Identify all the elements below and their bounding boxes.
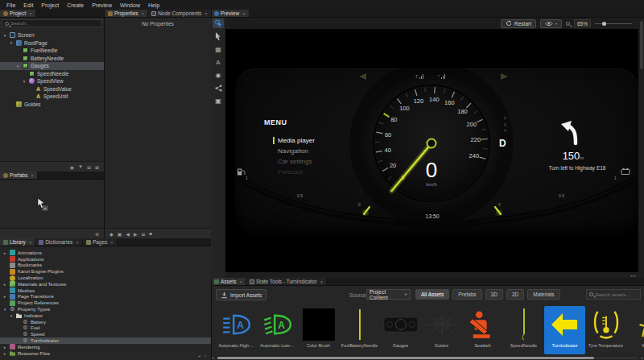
tree-item-materials-and-textures[interactable]: ▸Materials and Textures (0, 281, 211, 288)
asset-turnindicator[interactable]: TurnIndicator (544, 306, 585, 354)
close-icon[interactable]: × (242, 11, 246, 16)
grid-icon[interactable]: ▦ (213, 44, 224, 54)
scroll-right-icon[interactable]: ▸ (641, 355, 643, 360)
caret-icon[interactable]: ▾ (9, 40, 14, 45)
close-icon[interactable]: × (320, 279, 324, 284)
zoom-slider-handle[interactable] (602, 22, 606, 26)
menu-help[interactable]: Help (144, 2, 163, 8)
restart-button[interactable]: Restart (501, 19, 536, 28)
filter-materials[interactable]: Materials (527, 289, 559, 300)
menu-window[interactable]: Window (116, 2, 144, 8)
tree-item-turnindicator[interactable]: ⚙TurnIndicator (0, 337, 211, 344)
asset-speedneedle[interactable]: SpeedNeedle (503, 306, 544, 354)
tab-assets[interactable]: Assets × (211, 278, 246, 285)
close-icon[interactable]: × (29, 240, 32, 245)
close-icon[interactable]: × (31, 173, 34, 178)
caret-icon[interactable]: ▸ (2, 351, 7, 356)
scroll-right-icon[interactable]: ▸ (634, 273, 636, 278)
asset-gauges[interactable]: Gauges (380, 306, 421, 354)
visibility-icon[interactable]: ◉ (70, 164, 74, 170)
tab-preview[interactable]: Preview × (211, 10, 250, 17)
camera-icon[interactable]: ▣ (213, 96, 224, 106)
tree-item-guides[interactable]: Guides (0, 101, 104, 109)
grid-select-icon[interactable]: ⊞ (87, 164, 91, 170)
asset-fuelbatteryneedle[interactable]: FuelBatteryNeedle (339, 306, 380, 354)
filter-icon[interactable]: ▼ (78, 164, 83, 169)
caret-icon[interactable]: ▾ (9, 313, 14, 318)
menu-edit[interactable]: Edit (19, 2, 37, 8)
tree-item-batteryneedle[interactable]: BatteryNeedle (0, 55, 104, 63)
preview-vertical-scrollbar[interactable] (638, 18, 644, 278)
back-icon[interactable]: ◀ (126, 231, 130, 237)
pin-icon[interactable]: ◆ (109, 231, 114, 237)
frame-icon[interactable]: ⊞ (142, 231, 146, 237)
zoom-value[interactable]: 65% (574, 19, 591, 27)
project-search[interactable] (2, 19, 102, 27)
paste-icon[interactable]: ▣ (118, 231, 122, 237)
caret-icon[interactable]: ▸ (2, 282, 7, 287)
tree-item-screen[interactable]: ▾Screen (0, 31, 104, 39)
tab-library[interactable]: Library × (0, 238, 35, 246)
filter-prefabs[interactable]: Prefabs (452, 289, 481, 300)
scroll-left-icon[interactable]: ◂ (630, 273, 633, 278)
tree-item-property-types[interactable]: ▾⚙Property Types (0, 306, 211, 312)
menu-preview[interactable]: Preview (88, 2, 116, 8)
close-icon[interactable]: × (204, 11, 208, 16)
asset-seatbelt[interactable]: Seatbelt (462, 306, 503, 354)
lock-icon[interactable]: ■ (150, 231, 153, 236)
visibility-button[interactable]: ▾ (540, 19, 562, 28)
caret-icon[interactable]: ▾ (2, 307, 7, 312)
source-dropdown[interactable]: Project Content ▼ (366, 289, 411, 300)
caret-icon[interactable]: ▾ (2, 33, 7, 38)
asset-guides[interactable]: Guides (421, 306, 462, 354)
caret-icon[interactable]: ▸ (2, 250, 7, 255)
frame-select-icon[interactable]: ⊠ (95, 164, 99, 170)
tree-item-gauges[interactable]: ▾Gauges (0, 62, 104, 70)
tab-state-tools[interactable]: State Tools - TurnIndicator × (246, 278, 327, 285)
caret-icon[interactable]: ▸ (2, 345, 7, 350)
zoom-slider[interactable] (595, 23, 632, 24)
tree-item-indicator[interactable]: ▾Indicator (0, 312, 211, 319)
tree-item-speedview[interactable]: ▾SpeedView (0, 77, 104, 85)
scroll-left-icon[interactable]: ◂ (212, 355, 214, 360)
tree-item-speed[interactable]: ⚙Speed (0, 331, 211, 337)
tab-prefabs[interactable]: Prefabs × (0, 172, 38, 179)
menu-project[interactable]: Project (37, 2, 63, 8)
tab-dictionaries[interactable]: Dictionaries × (35, 238, 82, 246)
caret-icon[interactable]: ▾ (15, 64, 20, 68)
tree-item-resource-files[interactable]: ▸Resource Files (0, 350, 211, 357)
assets-search-input[interactable] (595, 292, 638, 297)
filter-all-assets[interactable]: All Assets (415, 289, 449, 300)
tab-node-components[interactable]: Node Components × (148, 10, 211, 17)
tree-item-rootpage[interactable]: ▾RootPage (0, 39, 104, 48)
tab-pages[interactable]: Pages × (83, 238, 118, 246)
tree-item-speedunit[interactable]: ASpeedUnit (0, 93, 104, 101)
preview-viewport[interactable]: T * MENU Media playerNavigationCar setti… (225, 29, 638, 272)
tree-item-project-references[interactable]: Project References (0, 300, 211, 306)
import-assets-button[interactable]: Import Assets (216, 289, 266, 300)
project-search-input[interactable] (10, 21, 99, 26)
tree-item-localization[interactable]: Localization (0, 275, 211, 281)
menu-file[interactable]: File (2, 2, 19, 8)
caret-icon[interactable]: ▸ (2, 294, 7, 299)
tab-properties[interactable]: Properties × (105, 10, 148, 17)
tree-item-meshes[interactable]: Meshes (0, 288, 211, 294)
close-icon[interactable]: × (110, 240, 114, 245)
tree-item-rendering[interactable]: ▸Rendering (0, 344, 211, 350)
caret-icon[interactable]: ▾ (22, 79, 27, 84)
asset-automatic-high[interactable]: AAutomatic-High-... (216, 306, 257, 354)
tree-item-applications[interactable]: Applications (0, 256, 211, 263)
close-icon[interactable]: × (29, 11, 32, 16)
tab-project[interactable]: Project × (0, 10, 36, 17)
close-icon[interactable]: × (142, 11, 145, 16)
add-icon[interactable]: + (198, 354, 201, 358)
export-icon[interactable]: ↑ (204, 354, 207, 358)
tree-item-fuel[interactable]: ⚙Fuel (0, 325, 211, 332)
assets-scrollbar[interactable]: ◂ ▸ (211, 355, 644, 360)
panel-divider[interactable] (104, 10, 105, 238)
asset-wind[interactable]: Wind (626, 306, 644, 354)
preview-horizontal-scrollbar[interactable]: ◂▸ (225, 272, 638, 278)
tree-item-page-transitions[interactable]: ▸Page Transitions (0, 294, 211, 300)
text-tool-icon[interactable]: A (213, 57, 224, 67)
assets-scrollbar-thumb[interactable] (217, 357, 594, 359)
